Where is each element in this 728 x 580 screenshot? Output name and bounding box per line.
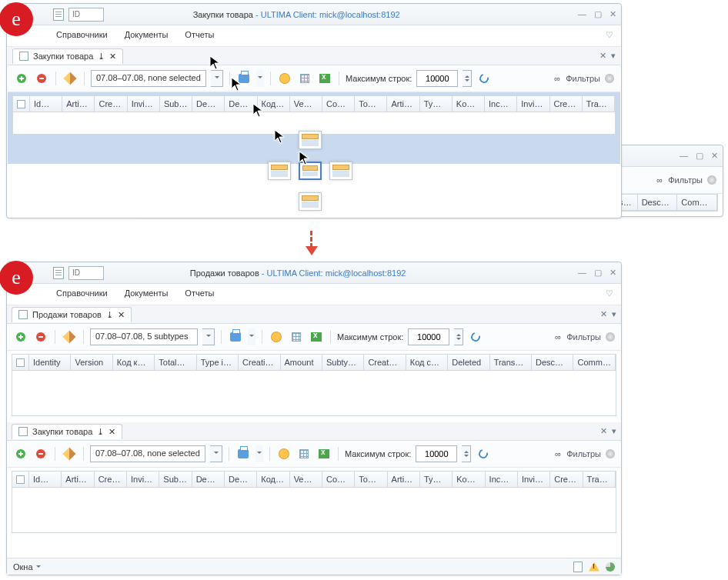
filters-button[interactable]: Фильтры [668, 175, 703, 185]
settings-ball-icon[interactable] [606, 332, 615, 342]
filter-dropdown[interactable] [210, 445, 222, 462]
pin-icon[interactable]: ⤓ [97, 427, 104, 437]
settings-ball-icon[interactable] [707, 175, 716, 185]
print-dropdown[interactable] [248, 328, 255, 345]
print-button[interactable] [235, 446, 251, 462]
dock-left[interactable] [268, 162, 291, 180]
column-header[interactable]: Co… [322, 472, 355, 487]
column-header[interactable]: Код … [258, 96, 290, 112]
id-input[interactable] [68, 8, 104, 22]
tabs-menu-icon[interactable]: ▾ [612, 309, 616, 319]
close-icon[interactable]: ✕ [609, 9, 616, 19]
column-header[interactable]: Ve… [290, 472, 322, 487]
column-header[interactable]: Cre… [550, 472, 583, 487]
tab-close-icon[interactable]: ✕ [118, 310, 125, 320]
maximize-icon[interactable]: ▢ [696, 151, 703, 161]
column-header[interactable]: Article'… [388, 472, 420, 487]
print-button[interactable] [228, 329, 243, 345]
windows-menu[interactable]: Окна [13, 562, 41, 572]
column-header[interactable]: Article… [62, 472, 94, 487]
highlight-button[interactable] [277, 71, 292, 86]
column-header[interactable]: Ko… [452, 472, 485, 487]
tab-purchases[interactable]: Закупки товара ⤓ ✕ [12, 424, 122, 439]
select-all-checkbox[interactable] [16, 358, 25, 367]
column-header[interactable]: Creati… [239, 355, 280, 370]
pin-icon[interactable]: ⤓ [106, 310, 113, 320]
tab-close-icon[interactable]: ✕ [109, 427, 115, 437]
close-icon[interactable]: ✕ [609, 268, 616, 278]
menu-documents[interactable]: Документы [125, 30, 169, 40]
column-header[interactable]: Comments [677, 195, 717, 210]
settings-ball-icon[interactable] [605, 74, 614, 83]
refresh-button[interactable] [468, 329, 483, 345]
column-header[interactable]: Invioc… [128, 96, 160, 112]
tabs-menu-icon[interactable]: ▾ [612, 426, 616, 436]
minimize-icon[interactable]: — [578, 268, 586, 278]
filters-button[interactable]: Фильтры [566, 449, 601, 458]
column-header[interactable]: Deleted [448, 355, 489, 370]
highlight-button[interactable] [276, 446, 292, 462]
column-header[interactable]: Код … [257, 472, 289, 487]
column-header[interactable]: Transact… [583, 472, 616, 487]
filter-dropdown[interactable] [202, 328, 215, 345]
refresh-button[interactable] [476, 71, 492, 86]
print-dropdown[interactable] [255, 445, 263, 462]
column-header[interactable]: Article'… [387, 96, 419, 112]
print-button[interactable] [236, 71, 252, 86]
filter-display[interactable]: 07.08–07.08, 5 subtypes [90, 328, 198, 345]
column-header[interactable]: Creator… [364, 355, 406, 370]
settings-ball-icon[interactable] [606, 449, 615, 458]
column-header[interactable]: Invioc… [127, 472, 159, 487]
column-header[interactable]: Co… [322, 96, 355, 112]
column-header[interactable]: Subt… [159, 472, 192, 487]
column-header[interactable]: Article… [62, 96, 95, 112]
data-grid[interactable]: Id…Article…Cre…Invioc…Subt…De…De…Код …Ve… [12, 95, 616, 135]
menu-dictionaries[interactable]: Справочники [56, 30, 108, 40]
filter-display[interactable]: 07.08–07.08, none selected [91, 70, 206, 87]
export-excel-button[interactable] [317, 71, 332, 86]
tabs-close-icon[interactable]: ✕ [600, 309, 607, 319]
column-header[interactable]: Type i… [197, 355, 239, 370]
maximize-icon[interactable]: ▢ [594, 9, 602, 19]
remove-button[interactable] [33, 446, 48, 462]
data-grid-a[interactable]: IdentityVersionКод кон…Total…Type i…Crea… [12, 354, 616, 416]
pin-icon[interactable]: ⤓ [98, 52, 105, 62]
refresh-button[interactable] [476, 446, 491, 462]
column-header[interactable]: Desc… [532, 355, 573, 370]
maxrows-input[interactable] [408, 328, 449, 345]
column-header[interactable]: Ve… [290, 96, 322, 112]
export-excel-button[interactable] [316, 446, 332, 462]
column-header[interactable]: To… [355, 472, 387, 487]
status-doc-icon[interactable] [573, 562, 583, 572]
dock-bottom[interactable] [299, 192, 322, 211]
column-header[interactable]: Cre… [95, 472, 127, 487]
minimize-icon[interactable]: — [680, 151, 688, 161]
dock-top[interactable] [299, 131, 322, 149]
print-dropdown[interactable] [256, 70, 264, 87]
dock-right[interactable] [329, 162, 352, 180]
column-header[interactable]: De… [192, 96, 225, 112]
favorite-icon[interactable]: ♡ [606, 288, 613, 298]
column-header[interactable]: De… [225, 96, 257, 112]
close-icon[interactable]: ✕ [711, 151, 718, 161]
select-all-checkbox[interactable] [17, 100, 25, 108]
column-header[interactable]: De… [225, 472, 257, 487]
filters-button[interactable]: Фильтры [566, 332, 601, 342]
menu-reports[interactable]: Отчеты [185, 30, 214, 40]
column-header[interactable]: Cre… [95, 96, 127, 112]
column-header[interactable]: Transact… [583, 96, 615, 112]
column-header[interactable]: Ty… [420, 96, 452, 112]
column-header[interactable]: Inc… [486, 472, 518, 487]
filter-dropdown[interactable] [211, 70, 223, 87]
column-header[interactable]: Amount [281, 355, 322, 370]
maxrows-spinner[interactable] [462, 445, 471, 462]
column-header[interactable]: Subtype… [322, 355, 364, 370]
column-header[interactable]: Identity [29, 355, 71, 370]
highlight-button[interactable] [269, 329, 284, 345]
edit-button[interactable] [62, 446, 77, 462]
column-header[interactable]: Version [71, 355, 112, 370]
column-header[interactable]: Код кон… [113, 355, 155, 370]
menu-documents[interactable]: Документы [125, 288, 169, 298]
column-header[interactable]: Invioc… [517, 96, 549, 112]
column-header[interactable]: Ty… [420, 472, 452, 487]
